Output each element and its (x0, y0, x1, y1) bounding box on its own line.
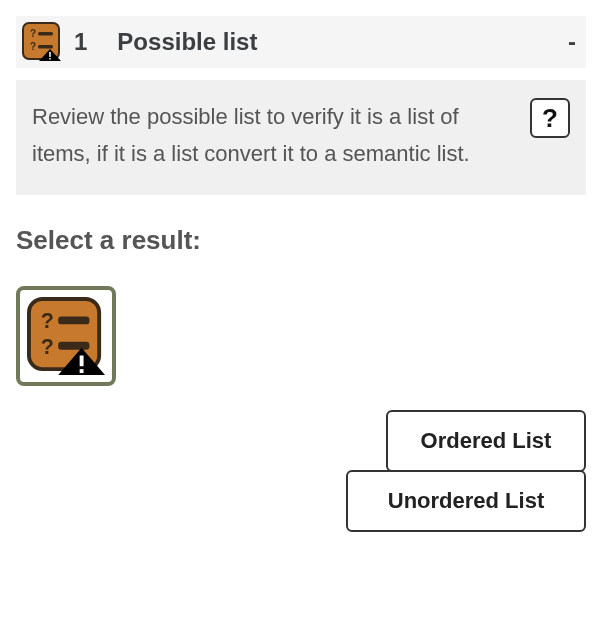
svg-text:?: ? (41, 309, 54, 333)
header-suffix: - (568, 28, 576, 56)
svg-rect-11 (58, 342, 89, 350)
svg-rect-13 (80, 369, 84, 373)
svg-text:?: ? (30, 41, 36, 52)
ordered-list-button[interactable]: Ordered List (386, 410, 586, 472)
item-title: Possible list (117, 28, 257, 56)
svg-rect-6 (49, 58, 51, 60)
possible-list-icon: ? ? (27, 297, 105, 375)
header-left: ? ? 1 Possible list (22, 22, 257, 62)
svg-rect-5 (49, 52, 51, 57)
item-number: 1 (74, 28, 87, 56)
action-buttons: Ordered List Unordered List (16, 410, 586, 530)
instruction-panel: Review the possible list to verify it is… (16, 80, 586, 195)
item-header: ? ? 1 Possible list - (16, 16, 586, 68)
result-tile-possible-list[interactable]: ? ? (16, 286, 116, 386)
svg-rect-2 (38, 32, 53, 36)
help-button[interactable]: ? (530, 98, 570, 138)
possible-list-icon: ? ? (22, 22, 62, 62)
unordered-list-button[interactable]: Unordered List (346, 470, 586, 532)
svg-rect-4 (38, 45, 53, 49)
instruction-text: Review the possible list to verify it is… (32, 98, 518, 173)
svg-text:?: ? (30, 28, 36, 39)
svg-text:?: ? (41, 334, 54, 358)
svg-rect-12 (80, 355, 84, 366)
select-result-heading: Select a result: (16, 225, 586, 256)
svg-rect-9 (58, 316, 89, 324)
